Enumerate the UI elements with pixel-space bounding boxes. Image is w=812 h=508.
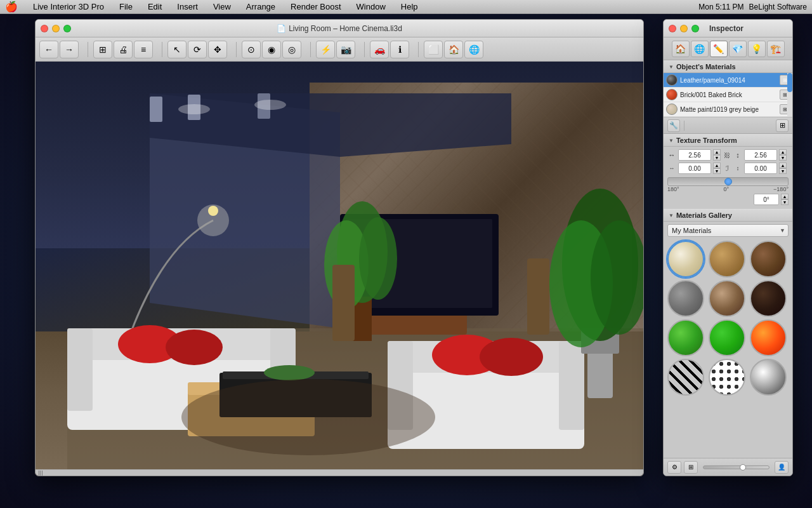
rotation-slider-thumb[interactable] (724, 178, 732, 185)
apple-menu[interactable]: 🍎 (5, 1, 18, 13)
tab-room[interactable]: 🏗️ (767, 41, 785, 57)
tab-object[interactable]: 🏠 (672, 41, 690, 57)
inspector-import-btn[interactable]: 👤 (775, 461, 789, 474)
viewport-scrollbar[interactable]: ||| (36, 469, 644, 476)
offset-y-input[interactable]: 0.00 (744, 163, 777, 174)
menu-window[interactable]: Window (354, 2, 388, 11)
menu-render[interactable]: Render Boost (288, 2, 344, 11)
gallery-material-chrome[interactable] (750, 359, 787, 396)
list-button[interactable]: ≡ (134, 41, 153, 58)
gallery-material-wood[interactable] (709, 241, 745, 277)
materials-scrollbar[interactable] (787, 73, 792, 117)
view-mode-2[interactable]: 🏠 (444, 41, 463, 58)
inspector-close[interactable] (669, 25, 676, 32)
inspector-minimize[interactable] (680, 25, 688, 32)
menu-insert[interactable]: Insert (174, 2, 200, 11)
gallery-dropdown[interactable]: My Materials ▼ (667, 224, 789, 237)
rotation-section: 180° 0° −180° 0° ▲ ▼ (667, 176, 789, 206)
rotation-input[interactable]: 0° (754, 194, 779, 205)
close-button[interactable] (41, 25, 48, 32)
view-mode-1[interactable]: ⬜ (424, 41, 443, 58)
grid-tool[interactable]: ⊞ (776, 119, 789, 132)
svg-rect-42 (527, 258, 549, 335)
offset-y-up[interactable]: ▲ (779, 163, 787, 168)
menu-edit[interactable]: Edit (145, 2, 164, 11)
toolbar-sep-5 (364, 42, 365, 57)
gallery-material-fire[interactable] (750, 319, 787, 356)
screenshot-btn[interactable]: 📷 (336, 41, 355, 58)
select-tool[interactable]: ↖ (167, 41, 187, 58)
gallery-material-spots[interactable] (709, 359, 745, 396)
viewport-canvas[interactable] (36, 62, 644, 476)
height-input[interactable]: 2.56 (744, 149, 777, 161)
3d-viewport[interactable]: ||| (36, 62, 644, 476)
drive-btn[interactable]: 🚗 (370, 41, 389, 58)
minimize-button[interactable] (52, 25, 60, 32)
height-up[interactable]: ▲ (779, 149, 787, 155)
rotate-tool[interactable]: ⟳ (188, 41, 207, 58)
rotation-up[interactable]: ▲ (781, 194, 789, 199)
inspector-zoom-slider[interactable] (703, 465, 769, 469)
height-down[interactable]: ▼ (779, 155, 787, 161)
move-tool[interactable]: ✥ (208, 41, 227, 58)
inspector-zoom-thumb[interactable] (740, 464, 746, 471)
width-up[interactable]: ▲ (713, 149, 721, 155)
offset-x-down[interactable]: ▼ (713, 168, 721, 174)
inspector-maximize[interactable] (691, 25, 699, 32)
menu-arrange[interactable]: Arrange (244, 2, 278, 11)
view-mode-3[interactable]: 🌐 (464, 41, 483, 58)
back-button[interactable]: ← (39, 41, 58, 58)
rotation-input-row: 0° ▲ ▼ (667, 194, 789, 205)
width-input[interactable]: 2.56 (678, 149, 711, 161)
material-item-paint[interactable]: Matte paint/1019 grey beige ⊞ (664, 102, 792, 117)
offset-x-input[interactable]: 0.00 (678, 163, 711, 174)
offset-y-stepper[interactable]: ▲ ▼ (779, 163, 787, 174)
material-item-leather[interactable]: Leather/pamela_09014 ⊞ (664, 73, 792, 88)
gallery-material-zebra[interactable] (667, 359, 704, 396)
forward-button[interactable]: → (60, 41, 79, 58)
menu-help[interactable]: Help (398, 2, 421, 11)
tab-texture[interactable]: 💎 (729, 41, 747, 57)
gallery-material-metal[interactable] (709, 280, 745, 317)
eyedropper-tool[interactable]: 🔧 (667, 119, 680, 132)
chevron-down-icon: ▼ (780, 227, 785, 234)
gallery-material-green2[interactable] (709, 319, 745, 356)
rotation-down[interactable]: ▼ (781, 199, 789, 205)
menu-file[interactable]: File (117, 2, 135, 11)
materials-list: Leather/pamela_09014 ⊞ Brick/001 Baked B… (664, 73, 792, 117)
width-down[interactable]: ▼ (713, 155, 721, 161)
render-btn-2[interactable]: ◉ (262, 41, 281, 58)
render-btn-3[interactable]: ◎ (282, 41, 301, 58)
maximize-button[interactable] (63, 25, 71, 32)
rotation-slider-track[interactable] (667, 177, 789, 186)
width-row: ↔ 2.56 ▲ ▼ ⛓ ↕ 2.56 ▲ ▼ (667, 149, 789, 161)
offset-y-down[interactable]: ▼ (779, 168, 787, 174)
tab-light[interactable]: 💡 (748, 41, 766, 57)
tab-material-view[interactable]: 🌐 (691, 41, 709, 57)
rotation-min-label: 180° (667, 186, 679, 192)
material-item-brick[interactable]: Brick/001 Baked Brick ⊞ (664, 88, 792, 102)
gallery-material-cream[interactable] (667, 241, 704, 277)
tab-edit[interactable]: ✏️ (710, 41, 728, 57)
gallery-material-green[interactable] (667, 319, 704, 356)
width-stepper[interactable]: ▲ ▼ (713, 149, 721, 161)
render-btn-1[interactable]: ⊙ (242, 41, 261, 58)
materials-scrollbar-thumb[interactable] (787, 73, 792, 92)
inspector-gallery-btn[interactable]: ⊞ (684, 461, 698, 474)
svg-point-43 (181, 379, 435, 455)
offset-x-up[interactable]: ▲ (713, 163, 721, 168)
print-button[interactable]: 🖨 (114, 41, 133, 58)
rotation-stepper[interactable]: ▲ ▼ (781, 194, 789, 205)
action-btn-1[interactable]: ⚡ (316, 41, 335, 58)
inspector-panel: Inspector 🏠 🌐 ✏️ 💎 💡 🏗️ ▼ Object's Mater… (663, 19, 793, 476)
offset-x-stepper[interactable]: ▲ ▼ (713, 163, 721, 174)
gallery-material-darkbrown[interactable] (750, 280, 787, 317)
menu-app[interactable]: Live Interior 3D Pro (30, 2, 107, 11)
gallery-material-darkwood[interactable] (750, 241, 787, 277)
menu-view[interactable]: View (211, 2, 233, 11)
info-btn[interactable]: ℹ (390, 41, 409, 58)
floorplan-button[interactable]: ⊞ (93, 41, 112, 58)
gallery-material-concrete[interactable] (667, 280, 704, 317)
height-stepper[interactable]: ▲ ▼ (779, 149, 787, 161)
inspector-settings-btn[interactable]: ⚙ (667, 461, 681, 474)
